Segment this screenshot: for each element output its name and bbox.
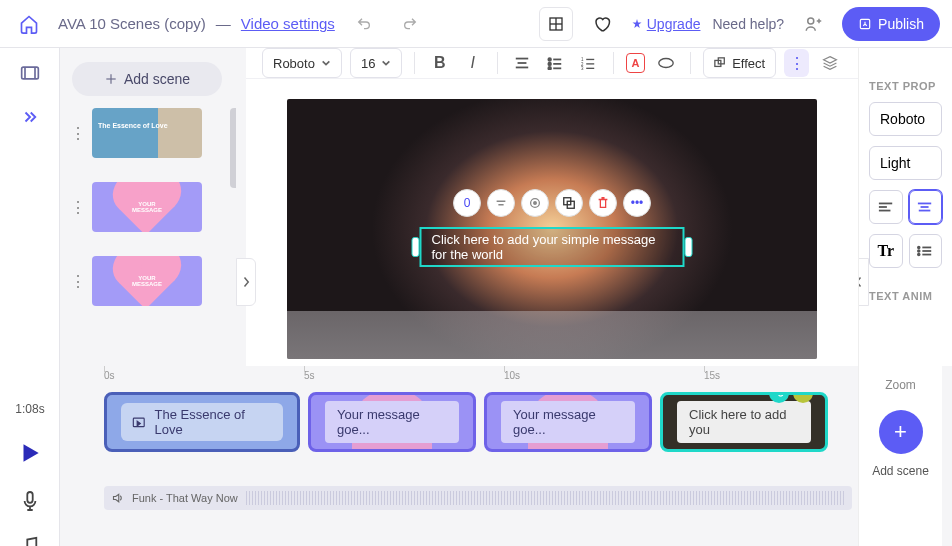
invite-user-button[interactable]: [796, 7, 830, 41]
svg-rect-5: [21, 67, 38, 79]
duplicate-button[interactable]: [555, 189, 583, 217]
publish-button[interactable]: Publish: [842, 7, 940, 41]
scene-thumb-row[interactable]: ⋮ YOUR MESSAGE: [70, 182, 236, 232]
svg-point-29: [534, 202, 537, 205]
speaker-icon: [112, 492, 124, 504]
resize-handle-right[interactable]: [685, 237, 693, 257]
scene-menu-icon[interactable]: ⋮: [70, 272, 86, 291]
scene-thumbnail[interactable]: YOUR MESSAGE: [92, 182, 202, 232]
align-button[interactable]: [510, 49, 535, 77]
add-scene-fab-label: Add scene: [872, 464, 929, 478]
text-color-button[interactable]: A: [626, 53, 646, 73]
clip-badge-icon[interactable]: ⟲: [769, 392, 789, 403]
clip-icon: [131, 414, 147, 430]
media-icon[interactable]: [20, 64, 40, 82]
undo-button[interactable]: [347, 7, 381, 41]
tool-button[interactable]: [487, 189, 515, 217]
numbered-list-button[interactable]: 123: [576, 49, 601, 77]
audio-track[interactable]: Funk - That Way Now: [104, 486, 852, 510]
add-scene-button[interactable]: Add scene: [72, 62, 222, 96]
playhead-time: 1:08s: [15, 402, 44, 416]
floating-element-toolbar: 0 •••: [453, 189, 651, 217]
svg-rect-44: [27, 492, 32, 503]
timeline-ruler[interactable]: 0s 5s 10s 15s: [104, 370, 852, 388]
more-button[interactable]: •••: [623, 189, 651, 217]
need-help-link[interactable]: Need help?: [712, 16, 784, 32]
resize-handle-left[interactable]: [412, 237, 420, 257]
list-style-button[interactable]: [909, 234, 943, 268]
scene-menu-icon[interactable]: ⋮: [70, 198, 86, 217]
bold-button[interactable]: B: [427, 49, 452, 77]
section-header: TEXT PROP: [869, 80, 942, 92]
align-left-button[interactable]: [869, 190, 903, 224]
scene-thumbnail-list: ⋮ The Essence of Love ⋮ YOUR MESSAGE ⋮ Y…: [70, 108, 236, 356]
prop-font-select[interactable]: Roboto: [869, 102, 942, 136]
prop-weight-select[interactable]: Light: [869, 146, 942, 180]
scene-menu-icon[interactable]: ⋮: [70, 124, 86, 143]
play-button[interactable]: [17, 440, 43, 466]
upgrade-link[interactable]: Upgrade: [631, 16, 701, 32]
more-options-button[interactable]: ⋮: [784, 49, 809, 77]
font-size-select[interactable]: 16: [350, 48, 402, 78]
layout-grid-button[interactable]: [539, 7, 573, 41]
z-index-badge[interactable]: 0: [453, 189, 481, 217]
canvas-area: Roboto 16 B I 123 A: [246, 48, 858, 366]
zoom-label: Zoom: [885, 378, 916, 392]
tool-button[interactable]: [521, 189, 549, 217]
italic-button[interactable]: I: [460, 49, 485, 77]
svg-point-13: [549, 58, 552, 61]
scene-thumbnail[interactable]: YOUR MESSAGE: [92, 256, 202, 306]
add-scene-fab[interactable]: +: [879, 410, 923, 454]
svg-text:3: 3: [581, 66, 584, 70]
section-header: TEXT ANIM: [869, 290, 942, 302]
layers-button[interactable]: [817, 49, 842, 77]
timeline-clip-selected[interactable]: ⟲ ^ Click here to add you: [660, 392, 828, 452]
audio-waveform: [246, 491, 844, 505]
highlight-button[interactable]: [653, 49, 678, 77]
align-center-button[interactable]: [909, 190, 943, 224]
timeline-clip[interactable]: Your message goe...: [484, 392, 652, 452]
scene-thumb-row[interactable]: ⋮ The Essence of Love: [70, 108, 236, 158]
bullet-list-button[interactable]: [543, 49, 568, 77]
timeline-clip[interactable]: The Essence of Love: [104, 392, 300, 452]
top-bar: AVA 10 Scenes (copy) — Video settings Up…: [0, 0, 952, 48]
font-family-select[interactable]: Roboto: [262, 48, 342, 78]
scrollbar-thumb[interactable]: [230, 108, 236, 188]
voiceover-button[interactable]: [21, 490, 39, 512]
svg-point-38: [918, 247, 920, 249]
video-frame[interactable]: 0 ••• Click here to add your simple mess…: [287, 99, 817, 359]
title-separator: —: [216, 15, 231, 32]
clip-badge-icon[interactable]: ^: [793, 392, 813, 403]
music-button[interactable]: [21, 536, 39, 546]
project-title[interactable]: AVA 10 Scenes (copy): [58, 15, 206, 32]
scene-thumbnail[interactable]: The Essence of Love: [92, 108, 202, 158]
text-edit-box[interactable]: Click here to add your simple message fo…: [420, 227, 685, 267]
format-toolbar: Roboto 16 B I 123 A: [246, 48, 858, 79]
timeline-track[interactable]: The Essence of Love Your message goe... …: [104, 392, 852, 454]
collapse-properties-button[interactable]: [858, 258, 869, 306]
collapse-scenes-button[interactable]: [236, 258, 256, 306]
svg-point-15: [549, 63, 552, 66]
scene-thumb-row[interactable]: ⋮ YOUR MESSAGE: [70, 256, 236, 306]
expand-rail-icon[interactable]: [21, 110, 39, 124]
svg-point-17: [549, 67, 552, 70]
canvas-viewport: 0 ••• Click here to add your simple mess…: [246, 79, 858, 379]
right-properties-panel: TEXT PROP Roboto Light Tr TEXT ANIM: [858, 48, 952, 366]
timeline-side-panel: Zoom + Add scene: [858, 366, 942, 546]
audio-track-label: Funk - That Way Now: [132, 492, 238, 504]
text-case-button[interactable]: Tr: [869, 234, 903, 268]
svg-point-42: [918, 254, 920, 256]
effect-button[interactable]: Effect: [703, 48, 776, 78]
favorite-icon[interactable]: [585, 7, 619, 41]
project-title-area: AVA 10 Scenes (copy) — Video settings: [58, 15, 335, 32]
delete-button[interactable]: [589, 189, 617, 217]
video-settings-link[interactable]: Video settings: [241, 15, 335, 32]
redo-button[interactable]: [393, 7, 427, 41]
timeline-area: 1:08s 0s 5s 10s 15s The Essence of Love: [60, 366, 952, 546]
svg-point-25: [659, 59, 673, 68]
svg-point-40: [918, 250, 920, 252]
svg-point-3: [808, 18, 814, 24]
home-icon[interactable]: [12, 7, 46, 41]
timeline-clip[interactable]: Your message goe...: [308, 392, 476, 452]
